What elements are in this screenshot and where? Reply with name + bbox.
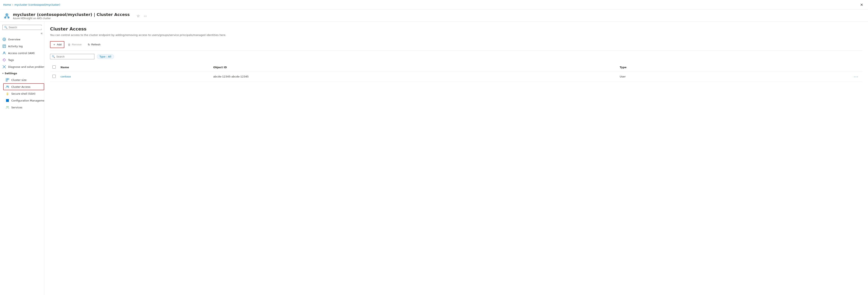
- svg-point-22: [4, 52, 5, 53]
- svg-point-30: [8, 86, 9, 87]
- refresh-label: Refresh: [91, 43, 101, 46]
- sidebar-item-tags[interactable]: Tags: [0, 57, 44, 63]
- sidebar-label-diagnose: Diagnose and solve problems: [8, 65, 44, 68]
- cell-object-id: abcde-12345-abcde-12345: [211, 71, 617, 82]
- top-bar: Home › mycluster (contosopool/mycluster)…: [0, 0, 868, 10]
- col-name: Name: [58, 63, 211, 71]
- svg-point-9: [5, 17, 6, 18]
- cluster-icon: [3, 12, 10, 20]
- sidebar-item-diagnose[interactable]: Diagnose and solve problems: [0, 63, 44, 70]
- cluster-access-icon: [6, 85, 9, 89]
- remove-label: Remove: [72, 43, 82, 46]
- settings-group[interactable]: ▾ Settings: [0, 70, 44, 77]
- add-label: Add: [57, 43, 62, 46]
- table-header: Name Object ID Type: [50, 63, 862, 71]
- activity-log-icon: [2, 45, 6, 48]
- sidebar-search-box[interactable]: 🔍: [2, 25, 42, 30]
- settings-nav: Cluster size Cluster Access: [0, 77, 44, 111]
- page-heading: mycluster (contosopool/mycluster) | Clus…: [13, 12, 130, 17]
- sidebar-item-ssh[interactable]: Secure shell (SSH): [3, 90, 44, 97]
- remove-button[interactable]: 🗑 Remove: [65, 41, 84, 48]
- sidebar-search-container: 🔍: [0, 23, 44, 31]
- header-text: mycluster (contosopool/mycluster) | Clus…: [13, 12, 130, 20]
- overview-icon: [2, 37, 6, 41]
- cell-name: contoso: [58, 71, 211, 82]
- header-actions: ☆ ···: [135, 13, 148, 19]
- ssh-icon: [6, 92, 9, 95]
- search-input[interactable]: [56, 55, 90, 58]
- svg-rect-34: [6, 99, 9, 102]
- access-table: Name Object ID Type contoso abcde-12345-…: [50, 63, 862, 82]
- sidebar-label-tags: Tags: [8, 59, 14, 62]
- sidebar-item-overview[interactable]: Overview: [0, 36, 44, 43]
- sidebar-label-cluster-access: Cluster Access: [11, 85, 30, 88]
- svg-rect-27: [6, 80, 7, 81]
- filter-bar: 🔍 Type : All: [50, 54, 862, 59]
- col-object-id: Object ID: [211, 63, 617, 71]
- search-box[interactable]: 🔍: [50, 54, 94, 59]
- sidebar-item-config-mgmt[interactable]: Configuration Management: [3, 97, 44, 104]
- svg-point-31: [7, 93, 8, 94]
- settings-chevron: ▾: [2, 72, 3, 75]
- svg-point-36: [8, 106, 9, 107]
- sidebar-label-config-mgmt: Configuration Management: [11, 99, 44, 102]
- sidebar-label-ssh: Secure shell (SSH): [11, 92, 35, 95]
- more-options-button[interactable]: ···: [143, 13, 148, 19]
- svg-point-10: [8, 17, 9, 18]
- sidebar-item-services[interactable]: Services: [3, 104, 44, 111]
- sidebar-label-services: Services: [11, 106, 22, 109]
- svg-point-29: [7, 86, 8, 87]
- refresh-button[interactable]: ↻ Refresh: [85, 41, 103, 48]
- breadcrumb-cluster[interactable]: mycluster (contosopool/mycluster): [14, 3, 60, 6]
- row-checkbox[interactable]: [53, 75, 56, 78]
- sidebar-label-activity-log: Activity log: [8, 45, 23, 48]
- svg-point-23: [3, 59, 4, 60]
- refresh-icon: ↻: [88, 43, 90, 46]
- breadcrumb: Home › mycluster (contosopool/mycluster): [3, 3, 859, 6]
- breadcrumb-separator: ›: [12, 3, 13, 6]
- cluster-size-icon: [6, 78, 9, 82]
- toolbar: ＋ Add 🗑 Remove ↻ Refresh: [50, 41, 862, 51]
- svg-point-35: [6, 106, 7, 107]
- sidebar-label-overview: Overview: [8, 38, 20, 41]
- svg-rect-28: [8, 79, 9, 80]
- page-subtitle: Azure HDInsight on AKS cluster: [13, 17, 130, 20]
- collapse-sidebar-button[interactable]: «: [41, 31, 42, 35]
- sidebar-item-activity-log[interactable]: Activity log: [0, 43, 44, 50]
- svg-line-6: [5, 16, 7, 17]
- sidebar-item-access-control[interactable]: Access control (IAM): [0, 50, 44, 57]
- diagnose-icon: [2, 65, 6, 68]
- svg-rect-26: [6, 79, 7, 80]
- select-all-checkbox[interactable]: [53, 65, 56, 68]
- svg-line-7: [7, 16, 8, 17]
- cell-actions: ···: [735, 71, 862, 82]
- favorite-button[interactable]: ☆: [135, 13, 141, 19]
- table-body: contoso abcde-12345-abcde-12345 User ···: [50, 71, 862, 82]
- sidebar-search-input[interactable]: [9, 26, 42, 29]
- add-button[interactable]: ＋ Add: [50, 41, 64, 48]
- search-icon: 🔍: [4, 26, 7, 29]
- type-filter-tag[interactable]: Type : All: [97, 54, 114, 59]
- main-content: Cluster Access You can control access to…: [44, 22, 868, 295]
- sidebar-item-cluster-size[interactable]: Cluster size: [3, 77, 44, 83]
- remove-icon: 🗑: [68, 43, 71, 46]
- row-more-button[interactable]: ···: [852, 74, 860, 79]
- sidebar-label-cluster-size: Cluster size: [11, 79, 26, 82]
- main-layout: 🔍 « Overvie: [0, 22, 868, 295]
- close-button[interactable]: ✕: [859, 2, 865, 8]
- tags-icon: [2, 58, 6, 62]
- svg-point-13: [4, 39, 5, 40]
- config-mgmt-icon: [6, 99, 9, 102]
- sidebar-collapse: «: [0, 31, 44, 35]
- content-page-description: You can control access to the cluster en…: [50, 33, 862, 37]
- breadcrumb-home[interactable]: Home: [3, 3, 11, 6]
- sidebar-item-cluster-access[interactable]: Cluster Access: [3, 83, 44, 90]
- svg-point-8: [6, 14, 7, 15]
- row-checkbox-cell: [50, 71, 58, 82]
- row-name-link[interactable]: contoso: [61, 75, 71, 78]
- col-actions-header: [735, 63, 862, 71]
- sidebar: 🔍 « Overvie: [0, 22, 44, 295]
- sidebar-label-access-control: Access control (IAM): [8, 52, 35, 55]
- add-icon: ＋: [53, 43, 56, 47]
- select-all-header: [50, 63, 58, 71]
